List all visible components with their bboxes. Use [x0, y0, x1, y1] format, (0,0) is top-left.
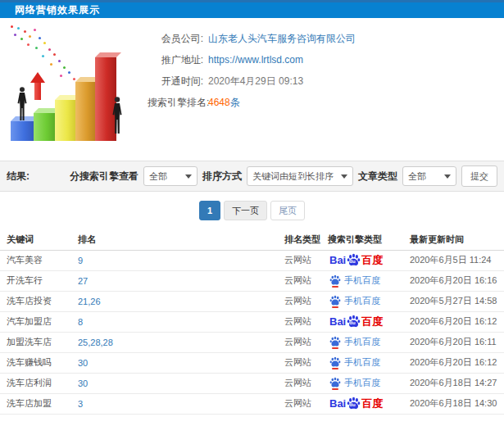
keyword-cell: 加盟洗车店	[0, 332, 71, 352]
baidu-logo: Bai du 百度	[329, 253, 383, 268]
rank-link[interactable]: 25,28,28	[78, 338, 113, 347]
engine-rank-label: 搜索引擎排名:	[148, 96, 203, 110]
next-page-button[interactable]: 下一页	[224, 201, 267, 220]
rank-link[interactable]: 30	[78, 358, 88, 368]
keyword-cell: 洗车店投资	[0, 291, 71, 311]
rank-cell: 3	[71, 393, 278, 414]
engine-filter-label: 分搜索引擎查看	[70, 170, 138, 184]
baidu-mobile-logo: 手机百度	[329, 274, 380, 287]
engine-cell: Bai du 百度	[321, 332, 403, 352]
engine-cell: Bai du 百度	[321, 311, 403, 332]
col-update-time: 最新更新时间	[403, 229, 504, 250]
company-label: 会员公司:	[148, 32, 203, 46]
update-time-cell: 2020年6月20日 16:12	[403, 352, 504, 373]
keyword-cell: 开洗车行	[0, 270, 71, 291]
table-header-row: 关键词 排名 排名类型 搜索引擎类型 最新更新时间	[0, 229, 504, 250]
rank-link[interactable]: 9	[78, 256, 83, 265]
table-row: 汽车加盟店 8 云网站 Bai du 百度	[0, 311, 504, 332]
update-time-cell: 2020年6月5日 11:24	[403, 250, 504, 270]
baidu-paw-icon: du	[347, 253, 361, 267]
table-row: 洗车店利润 30 云网站 Bai du 百度	[0, 373, 504, 393]
rank-type-cell: 云网站	[278, 270, 321, 291]
open-time-row: 开通时间: 2020年4月29日 09:13	[148, 70, 504, 92]
rank-cell: 30	[71, 352, 278, 373]
promo-url-row: 推广地址: https://www.lrtlsd.com	[148, 49, 504, 70]
last-page-button[interactable]: 尾页	[270, 201, 305, 220]
keyword-cell: 洗车店加盟	[0, 393, 71, 414]
baidu-logo: Bai du 百度	[329, 397, 383, 411]
rank-type-cell: 云网站	[278, 250, 321, 270]
update-time-cell: 2020年5月27日 14:58	[403, 291, 504, 311]
baidu-mobile-logo: 手机百度	[329, 356, 380, 369]
bar-chart-graphic	[4, 22, 143, 149]
chevron-down-icon	[185, 174, 192, 179]
engine-rank-row: 搜索引擎排名: 4648 条	[148, 92, 504, 113]
col-rank-type: 排名类型	[278, 229, 321, 250]
update-time-cell: 2020年6月20日 16:12	[403, 311, 504, 332]
promo-url-link[interactable]: https://www.lrtlsd.com	[208, 54, 303, 66]
mobile-baidu-paw-icon	[329, 295, 341, 307]
engine-rank-unit: 条	[230, 96, 240, 110]
table-row: 汽车美容 9 云网站 Bai du 百度	[0, 250, 504, 270]
rank-cell: 9	[71, 250, 278, 270]
rank-type-cell: 云网站	[278, 373, 321, 393]
businessman-figure-right	[111, 97, 124, 134]
baidu-mobile-logo: 手机百度	[329, 295, 380, 307]
engine-cell: Bai du 百度	[321, 291, 403, 311]
growth-arrow-icon	[30, 72, 45, 100]
mobile-baidu-paw-icon	[329, 336, 341, 348]
rank-cell: 21,26	[71, 291, 278, 311]
sort-label: 排序方式	[202, 170, 242, 184]
mobile-baidu-paw-icon	[329, 356, 341, 369]
article-type-select[interactable]: 全部	[402, 166, 456, 186]
open-time-value: 2020年4月29日 09:13	[208, 75, 303, 88]
open-time-label: 开通时间:	[148, 75, 203, 88]
rank-cell: 8	[71, 311, 278, 332]
table-row: 洗车赚钱吗 30 云网站 Bai du 百度	[0, 352, 504, 373]
table-row: 洗车店加盟 3 云网站 Bai du 百度	[0, 393, 504, 414]
promo-url-label: 推广地址:	[148, 53, 203, 67]
rank-type-cell: 云网站	[278, 311, 321, 332]
engine-cell: Bai du 百度	[321, 250, 403, 270]
table-row: 加盟洗车店 25,28,28 云网站 Bai du 百度	[0, 332, 504, 352]
engine-cell: Bai du 百度	[321, 352, 403, 373]
baidu-logo: Bai du 百度	[329, 315, 383, 329]
page-header: 网络营销效果展示	[0, 0, 504, 18]
rank-link[interactable]: 3	[78, 399, 83, 409]
company-row: 会员公司: 山东老人头汽车服务咨询有限公司	[148, 28, 504, 49]
page-1-button[interactable]: 1	[199, 201, 220, 220]
baidu-paw-icon: du	[347, 315, 361, 329]
result-label: 结果:	[7, 170, 30, 184]
rank-link[interactable]: 21,26	[78, 297, 101, 306]
engine-cell: Bai du 百度	[321, 373, 403, 393]
baidu-mobile-logo: 手机百度	[329, 377, 380, 389]
keyword-cell: 汽车美容	[0, 250, 71, 270]
pagination: 1 下一页 尾页	[0, 192, 504, 229]
rank-cell: 30	[71, 373, 278, 393]
rank-type-cell: 云网站	[278, 393, 321, 414]
col-rank: 排名	[71, 229, 278, 250]
company-info-panel: 会员公司: 山东老人头汽车服务咨询有限公司 推广地址: https://www.…	[148, 28, 504, 113]
rank-cell: 27	[71, 270, 278, 291]
baidu-mobile-logo: 手机百度	[329, 336, 380, 348]
chevron-down-icon	[444, 174, 451, 179]
table-row: 洗车店投资 21,26 云网站 Bai du 百度	[0, 291, 504, 311]
rank-type-cell: 云网站	[278, 291, 321, 311]
sort-select[interactable]: 关键词由短到长排序	[247, 166, 353, 186]
rank-link[interactable]: 8	[78, 317, 83, 327]
company-link[interactable]: 山东老人头汽车服务咨询有限公司	[208, 32, 356, 46]
rank-link[interactable]: 30	[78, 378, 88, 388]
col-engine-type: 搜索引擎类型	[321, 229, 403, 250]
update-time-cell: 2020年6月18日 14:27	[403, 373, 504, 393]
engine-select[interactable]: 全部	[143, 166, 198, 186]
rank-link[interactable]: 27	[78, 276, 88, 286]
keyword-cell: 汽车加盟店	[0, 311, 71, 332]
confetti-decoration	[11, 25, 13, 28]
engine-cell: Bai du 百度	[321, 270, 403, 291]
submit-button[interactable]: 提交	[461, 165, 497, 187]
baidu-paw-icon: du	[347, 397, 361, 410]
chart-bar-green	[34, 113, 57, 141]
info-section: 会员公司: 山东老人头汽车服务咨询有限公司 推广地址: https://www.…	[0, 18, 504, 157]
businessman-figure-left	[16, 87, 29, 121]
filter-bar: 结果: 分搜索引擎查看 全部 排序方式 关键词由短到长排序 文章类型 全部 提交	[0, 161, 504, 192]
